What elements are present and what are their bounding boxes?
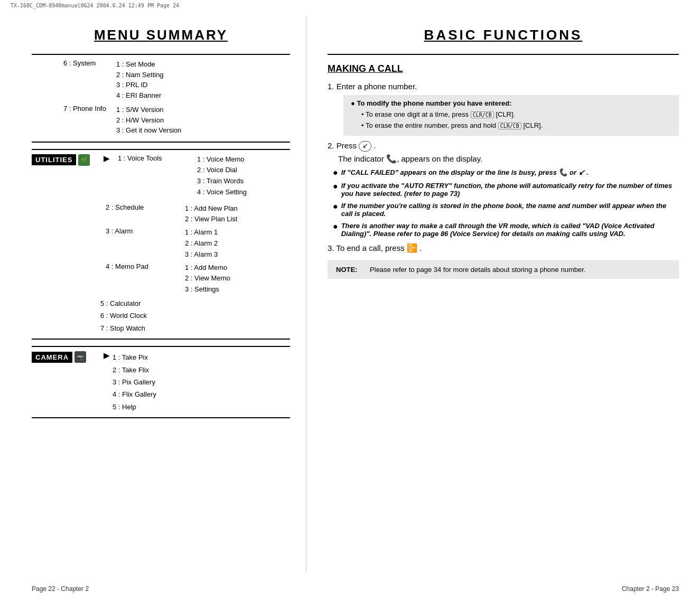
step-2: 2. Press ↙ . The indicator 📞, appears on…: [328, 141, 679, 238]
utilities-row-schedule: 2 : Schedule 1 : Add New Plan 2 : View P…: [32, 203, 290, 226]
utilities-row-voicetools: 1 : Voice Tools 1 : Voice Memo 2 : Voice…: [113, 154, 290, 198]
bullet-call-failed-text: If "CALL FAILED" appears on the display …: [341, 168, 589, 176]
step-1: 1. Enter a phone number. ● To modify the…: [328, 82, 679, 136]
camera-item-takeflix: 2 : Take Flix: [113, 364, 290, 376]
camera-icon: 📷: [74, 351, 86, 363]
footers: Page 22 - Chapter 2 Chapter 2 - Page 23: [0, 577, 700, 601]
camera-item-pixgallery: 3 : Pix Gallery: [113, 376, 290, 388]
note-box: NOTE: Please refer to page 34 for more d…: [328, 260, 679, 279]
step-1-subbullet-1: • To erase one digit at a time, press CL…: [361, 109, 671, 120]
utilities-misc: 5 : Calculator 6 : World Clock 7 : Stop …: [32, 297, 290, 334]
menu-row-phoneinfo: 7 : Phone Info 1 : S/W Version 2 : H/W V…: [32, 105, 290, 136]
right-panel-title: BASIC FUNCTIONS: [328, 27, 679, 43]
utilities-items-schedule: 1 : Add New Plan 2 : View Plan List: [185, 203, 290, 226]
menu-label-system: 6 : System: [32, 59, 116, 100]
camera-item-takepix: 1 : Take Pix: [113, 351, 290, 363]
menu-items-system: 1 : Set Mode 2 : Nam Setting 3 : PRL ID …: [116, 59, 290, 100]
camera-arrow: ▶: [104, 351, 109, 360]
utilities-items-voicetools: 1 : Voice Memo 2 : Voice Dial 3 : Train …: [197, 154, 290, 198]
menu-items-phoneinfo: 1 : S/W Version 2 : H/W Version 3 : Get …: [116, 105, 290, 136]
menu-row-system: 6 : System 1 : Set Mode 2 : Nam Setting …: [32, 59, 290, 100]
note-label: NOTE:: [336, 266, 357, 274]
camera-items: 1 : Take Pix 2 : Take Flix 3 : Pix Galle…: [113, 351, 290, 413]
right-panel: BASIC FUNCTIONS MAKING A CALL 1. Enter a…: [306, 16, 700, 571]
utilities-items-memopad: 1 : Add Memo 2 : View Memo 3 : Settings: [185, 262, 290, 295]
step-3: 3. To end a call, press 📴 .: [328, 243, 679, 253]
bullet-phonebook-text: If the number you're calling is stored i…: [341, 202, 679, 218]
utilities-label-memopad: 4 : Memo Pad: [100, 262, 185, 270]
utilities-items-alarm: 1 : Alarm 1 2 : Alarm 2 3 : Alarm 3: [185, 227, 290, 260]
camera-item-help: 5 : Help: [113, 401, 290, 413]
menu-label-phoneinfo: 7 : Phone Info: [32, 105, 116, 136]
utilities-row-memopad: 4 : Memo Pad 1 : Add Memo 2 : View Memo …: [32, 262, 290, 295]
utilities-icon: 🌿: [78, 154, 90, 166]
left-panel: MENU SUMMARY 6 : System 1 : Set Mode 2 :…: [0, 16, 306, 571]
left-panel-title: MENU SUMMARY: [32, 27, 290, 43]
utilities-label-worldclock: 6 : World Clock: [100, 309, 290, 322]
step-1-subbullet-2: • To erase the entire number, press and …: [361, 120, 671, 132]
footer-left: Page 22 - Chapter 2: [0, 580, 120, 598]
step-1-text: 1. Enter a phone number.: [328, 82, 679, 91]
step-2-indicator: The indicator 📞, appears on the display.: [338, 154, 679, 164]
bullet-phonebook: ● If the number you're calling is stored…: [333, 202, 679, 218]
utilities-label-stopwatch: 7 : Stop Watch: [100, 322, 290, 334]
making-a-call-heading: MAKING A CALL: [328, 63, 679, 74]
utilities-label-schedule: 2 : Schedule: [100, 203, 185, 211]
utilities-badge: UTILITIES: [32, 154, 76, 165]
note-text: Please refer to page 34 for more details…: [370, 266, 585, 274]
utilities-arrow: ▶: [104, 154, 109, 163]
bullet-vad: ● There is another way to make a call th…: [333, 222, 679, 238]
utilities-row-alarm: 3 : Alarm 1 : Alarm 1 2 : Alarm 2 3 : Al…: [32, 227, 290, 260]
step-2-bullets: ● If "CALL FAILED" appears on the displa…: [333, 168, 679, 238]
utilities-label-voicetools: 1 : Voice Tools: [113, 154, 197, 162]
step-1-note-title: ● To modify the phone number you have en…: [351, 99, 671, 107]
camera-badge: CAMERA: [32, 352, 72, 363]
footer-right: Chapter 2 - Page 23: [601, 580, 700, 598]
utilities-label-alarm: 3 : Alarm: [100, 227, 185, 235]
step-3-text: 3. To end a call, press 📴 .: [328, 243, 679, 253]
bullet-auto-retry: ● If you activate the "AUTO RETRY" funct…: [333, 182, 679, 198]
bullet-vad-text: There is another way to make a call thro…: [341, 222, 679, 238]
bullet-auto-retry-text: If you activate the "AUTO RETRY" functio…: [341, 182, 679, 198]
bullet-call-failed: ● If "CALL FAILED" appears on the displa…: [333, 168, 679, 177]
camera-item-flixgallery: 4 : Flix Gallery: [113, 388, 290, 400]
page-header: TX-160C_CDM-8940manual0624 2004.6.24 12:…: [0, 0, 700, 11]
step-2-text: 2. Press ↙ .: [328, 141, 679, 152]
step-1-note: ● To modify the phone number you have en…: [343, 95, 679, 136]
utilities-label-calculator: 5 : Calculator: [100, 297, 290, 309]
